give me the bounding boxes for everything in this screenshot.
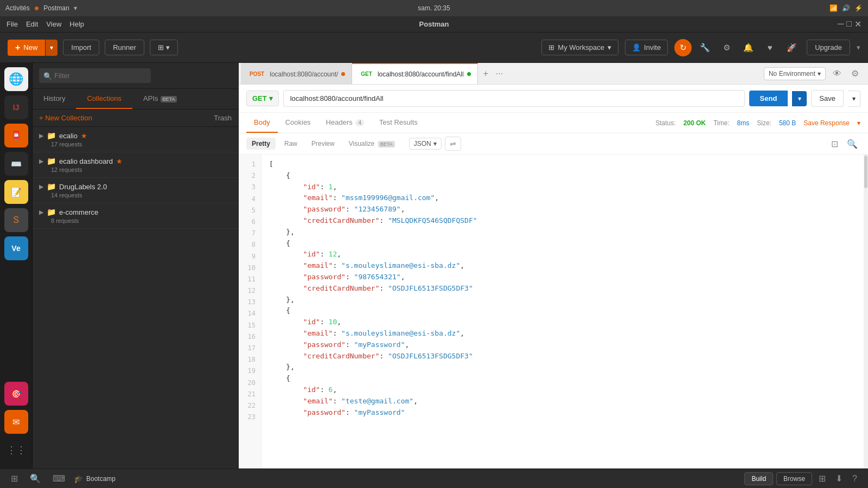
scrollbar-thumb[interactable] — [864, 156, 867, 188]
add-tab-button[interactable]: + — [480, 68, 492, 80]
search-icon-btn[interactable]: 🔍 — [27, 472, 44, 485]
collection-arrow-icon: ▶ — [39, 209, 43, 216]
browse-button[interactable]: Browse — [776, 472, 812, 485]
bell-icon[interactable]: 🔔 — [739, 39, 757, 56]
star-icon: ★ — [81, 132, 87, 140]
vertical-scrollbar[interactable] — [864, 155, 868, 468]
collection-name: e-commerce — [59, 208, 98, 216]
menu-view[interactable]: View — [46, 20, 61, 28]
collection-item-ecommerce[interactable]: ▶ 📁 e-commerce 8 requests — [33, 203, 238, 229]
tab-history[interactable]: History — [33, 89, 76, 109]
console-icon-btn[interactable]: ⌨ — [49, 472, 68, 485]
save-response-button[interactable]: Save Response — [803, 119, 850, 127]
upgrade-button[interactable]: Upgrade — [807, 40, 850, 55]
app-icon-chrome[interactable]: 🌐 — [4, 67, 28, 91]
invite-button[interactable]: 👤 Invite — [625, 40, 668, 55]
menu-file[interactable]: File — [7, 20, 18, 28]
new-dropdown-arrow[interactable]: ▾ — [46, 40, 58, 56]
save-button[interactable]: Save — [811, 90, 844, 107]
collection-item-ecalio-dashboard[interactable]: ▶ 📁 ecalio dashboard ★ 12 requests — [33, 152, 238, 178]
app-icon-sublime[interactable]: S — [4, 208, 28, 232]
extra-button[interactable]: ⊞▾ — [150, 40, 178, 55]
user-plus-icon: 👤 — [632, 43, 641, 52]
method-value: GET — [252, 94, 267, 102]
import-button[interactable]: Import — [63, 40, 99, 55]
format-dropdown[interactable]: JSON ▾ — [409, 138, 442, 150]
view-preview[interactable]: Preview — [306, 138, 340, 150]
app-icon-apps[interactable]: ⋮⋮ — [4, 438, 28, 462]
response-tab-body[interactable]: Body — [246, 113, 278, 133]
tab-collections[interactable]: Collections — [76, 89, 132, 109]
toolbar-icons: ↻ 🔧 ⚙ 🔔 ♥ 🚀 — [674, 39, 800, 56]
more-tabs-button[interactable]: ··· — [493, 68, 506, 80]
app-icon-intellij[interactable]: IJ — [4, 95, 28, 119]
environment-dropdown[interactable]: No Environment ▾ — [764, 67, 826, 80]
search-input[interactable] — [39, 68, 151, 83]
minimize-btn[interactable]: ─ — [838, 19, 844, 29]
tab-apis[interactable]: APIsBETA — [132, 89, 188, 109]
copy-response-button[interactable]: ⊡ — [828, 138, 841, 150]
rocket-icon[interactable]: 🚀 — [783, 39, 800, 56]
settings-icon[interactable]: ⚙ — [718, 39, 735, 56]
save-dropdown[interactable]: ▾ — [848, 91, 860, 107]
right-panel: POST localhost:8080/account/ GET localho… — [239, 63, 868, 468]
search-wrap: 🔍 — [39, 68, 232, 83]
response-tab-test-results[interactable]: Test Results — [372, 113, 425, 133]
workspace-button[interactable]: ⊞ My Workspace ▾ — [541, 40, 618, 55]
collection-count: 14 requests — [51, 192, 232, 198]
request-tabs: POST localhost:8080/account/ GET localho… — [239, 63, 868, 85]
app-title: Postman — [419, 20, 449, 28]
view-raw[interactable]: Raw — [279, 138, 303, 150]
collection-item-druglabels[interactable]: ▶ 📁 DrugLabels 2.0 14 requests — [33, 178, 238, 203]
close-btn[interactable]: ✕ — [854, 19, 861, 29]
search-bar: 🔍 — [33, 63, 238, 89]
app-icon-postman2[interactable]: ✉ — [4, 410, 28, 434]
send-dropdown[interactable]: ▾ — [792, 91, 807, 106]
sync-icon[interactable]: ↻ — [674, 39, 692, 56]
build-button[interactable]: Build — [744, 472, 773, 485]
help-btn[interactable]: ? — [849, 473, 860, 485]
eye-button[interactable]: 👁 — [830, 68, 844, 80]
request-tab-get[interactable]: GET localhost:8080/account/findAll — [352, 63, 477, 84]
new-collection-button[interactable]: + New Collection — [39, 114, 92, 122]
toolbar: + New ▾ Import Runner ⊞▾ ⊞ My Workspace … — [0, 33, 868, 63]
send-button[interactable]: Send — [749, 91, 788, 106]
app-icon-vim[interactable]: Ve — [4, 236, 28, 260]
response-toolbar-right: ⊡ 🔍 — [828, 138, 860, 150]
trash-link[interactable]: Trash — [214, 114, 232, 122]
request-tab-post[interactable]: POST localhost:8080/account/ — [241, 63, 352, 84]
download-btn[interactable]: ⬇ — [832, 472, 846, 485]
search-response-button[interactable]: 🔍 — [844, 138, 860, 150]
menu-edit[interactable]: Edit — [26, 20, 38, 28]
app-name-menu[interactable]: Postman — [43, 4, 69, 12]
url-bar: GET ▾ Send ▾ Save ▾ — [239, 85, 868, 113]
grid-view-btn[interactable]: ⊞ — [815, 472, 829, 485]
method-selector[interactable]: GET ▾ — [246, 91, 279, 106]
runner-button[interactable]: Runner — [105, 40, 144, 55]
activities-label[interactable]: Activités — [5, 4, 30, 12]
heart-icon[interactable]: ♥ — [761, 39, 778, 56]
menu-help[interactable]: Help — [69, 20, 84, 28]
settings-env-button[interactable]: ⚙ — [848, 67, 861, 80]
wrap-button[interactable]: ⇌ — [445, 137, 461, 151]
maximize-btn[interactable]: □ — [846, 19, 852, 29]
layout-icon: ⊞ — [158, 43, 164, 52]
upgrade-chevron: ▾ — [857, 43, 860, 52]
view-visualize[interactable]: Visualize BETA — [343, 138, 400, 150]
response-tab-headers[interactable]: Headers 4 — [318, 113, 372, 133]
app-icon-rediscover[interactable]: 🎯 — [4, 382, 28, 406]
response-area: Body Cookies Headers 4 Test Results Stat… — [239, 113, 868, 468]
view-pretty[interactable]: Pretty — [246, 138, 276, 150]
layout-icon-btn[interactable]: ⊞ — [8, 472, 21, 485]
collection-item-ecalio[interactable]: ▶ 📁 ecalio ★ 17 requests — [33, 127, 238, 152]
app-icon-notes[interactable]: 📝 — [4, 180, 28, 204]
app-icon-postman[interactable]: 📮 — [4, 124, 28, 147]
wrench-icon[interactable]: 🔧 — [696, 39, 713, 56]
bootcamp-label[interactable]: Bootcamp — [86, 475, 116, 483]
url-input[interactable] — [283, 90, 745, 107]
format-chevron: ▾ — [433, 140, 437, 147]
folder-icon: 📁 — [47, 131, 56, 140]
new-button[interactable]: + New — [8, 40, 45, 56]
response-tab-cookies[interactable]: Cookies — [278, 113, 318, 133]
app-icon-terminal[interactable]: ⌨️ — [4, 152, 28, 176]
